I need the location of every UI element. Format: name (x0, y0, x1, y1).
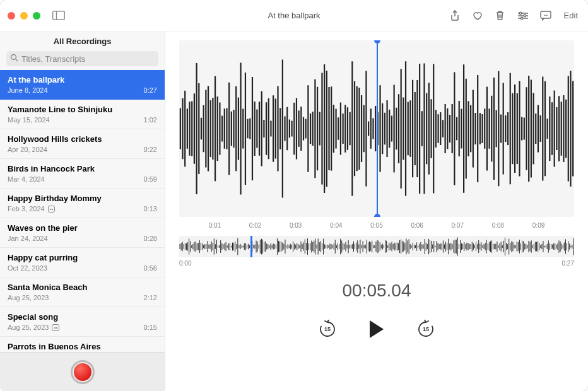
recording-date: Jan 24, 2024 (8, 235, 48, 242)
svg-point-5 (519, 12, 521, 14)
time-counter: 00:05.04 (179, 281, 574, 301)
recording-item[interactable]: Birds in Hancock ParkMar 4, 2024 0:59 (0, 159, 165, 189)
zoom-window-button[interactable] (33, 12, 40, 20)
toggle-sidebar-button[interactable] (52, 9, 66, 23)
settings-button[interactable] (516, 9, 530, 23)
recording-date: Oct 22, 2023 (8, 264, 47, 272)
svg-point-6 (524, 15, 526, 16)
svg-point-7 (520, 17, 522, 19)
recording-duration: 0:15 (144, 324, 157, 331)
overview-start-time: 0:00 (179, 260, 191, 267)
recording-duration: 0:13 (144, 205, 157, 213)
recording-detail: 0:010:020:030:040:050:060:070:080:09 0:0… (165, 32, 588, 391)
recording-title: Hollywood Hills crickets (8, 134, 157, 144)
recording-duration: 2:12 (144, 294, 157, 301)
recording-item[interactable]: Santa Monica BeachAug 25, 2023 2:12 (0, 277, 165, 307)
svg-point-10 (11, 55, 16, 60)
skip-back-button[interactable]: 15 (318, 320, 337, 339)
recording-date: May 15, 2024 (8, 116, 50, 124)
recording-date: June 8, 2024 (8, 86, 48, 94)
recording-date: Mar 4, 2024 (8, 175, 45, 183)
recording-title: Waves on the pier (8, 223, 157, 233)
svg-line-11 (16, 59, 18, 61)
recording-date: Aug 25, 2023 •• (8, 324, 59, 331)
recording-title: Special song (8, 312, 157, 322)
waveform-main[interactable] (179, 40, 574, 217)
search-icon (10, 54, 18, 64)
recording-item[interactable]: Happy cat purringOct 22, 2023 0:56 (0, 248, 165, 277)
minimize-window-button[interactable] (20, 12, 28, 20)
delete-button[interactable] (493, 9, 507, 23)
recording-item[interactable]: Happy Birthday MommyFeb 3, 2024 ••0:13 (0, 189, 165, 218)
recording-duration: 1:02 (144, 116, 157, 124)
transcript-badge-icon: •• (52, 324, 59, 331)
recording-item[interactable]: Waves on the pierJan 24, 2024 0:28 (0, 218, 165, 248)
recording-item[interactable]: At the ballparkJune 8, 2024 0:27 (0, 70, 165, 100)
record-bar (0, 352, 165, 391)
close-window-button[interactable] (8, 12, 15, 20)
recordings-list: At the ballparkJune 8, 2024 0:27Yamanote… (0, 70, 165, 352)
window-controls (8, 12, 40, 20)
waveform-overview[interactable] (179, 236, 574, 257)
svg-text:•••: ••• (543, 13, 547, 16)
recording-duration: 0:59 (144, 175, 157, 183)
playhead[interactable] (377, 40, 378, 217)
recording-title: Happy Birthday Mommy (8, 194, 157, 203)
edit-button[interactable]: Edit (562, 11, 580, 20)
recording-date: Feb 3, 2024 •• (8, 205, 55, 213)
recording-duration: 0:27 (144, 86, 157, 94)
recording-item[interactable]: Hollywood Hills cricketsApr 20, 2024 0:2… (0, 129, 165, 159)
overview-end-time: 0:27 (562, 260, 574, 267)
timeline-ticks: 0:010:020:030:040:050:060:070:080:09 (179, 217, 574, 233)
search-input[interactable]: Titles, Transcripts (6, 51, 158, 66)
recording-duration: 0:22 (144, 146, 157, 153)
recording-date: Aug 25, 2023 (8, 294, 49, 301)
recording-item[interactable]: Yamanote Line to ShinjukuMay 15, 2024 1:… (0, 100, 165, 129)
recording-duration: 0:28 (144, 235, 157, 242)
recording-title: Birds in Hancock Park (8, 164, 157, 173)
transcript-badge-icon: •• (48, 206, 56, 213)
sidebar: All Recordings Titles, Transcripts At th… (0, 32, 165, 391)
record-button[interactable] (71, 360, 95, 384)
recording-title: Happy cat purring (8, 253, 157, 262)
recording-title: At the ballpark (8, 75, 157, 85)
transcript-button[interactable]: ••• (539, 9, 553, 23)
recording-item[interactable]: Parrots in Buenos Aires (0, 337, 165, 352)
recording-duration: 0:56 (144, 264, 157, 272)
skip-forward-button[interactable]: 15 (416, 320, 435, 339)
recording-title: Santa Monica Beach (8, 283, 157, 292)
sidebar-header: All Recordings (0, 32, 165, 51)
play-button[interactable] (370, 320, 384, 338)
share-button[interactable] (448, 9, 462, 23)
search-placeholder: Titles, Transcripts (21, 54, 85, 64)
recording-item[interactable]: Special songAug 25, 2023 ••0:15 (0, 307, 165, 337)
window-title: At the ballpark (268, 11, 320, 20)
recording-date: Apr 20, 2024 (8, 146, 47, 153)
titlebar: At the ballpark ••• Edit (0, 0, 588, 32)
svg-rect-0 (53, 11, 65, 20)
recording-title: Yamanote Line to Shinjuku (8, 105, 157, 114)
recording-title: Parrots in Buenos Aires (8, 342, 157, 351)
favorite-button[interactable] (471, 9, 485, 23)
overview-playhead[interactable] (250, 236, 252, 257)
